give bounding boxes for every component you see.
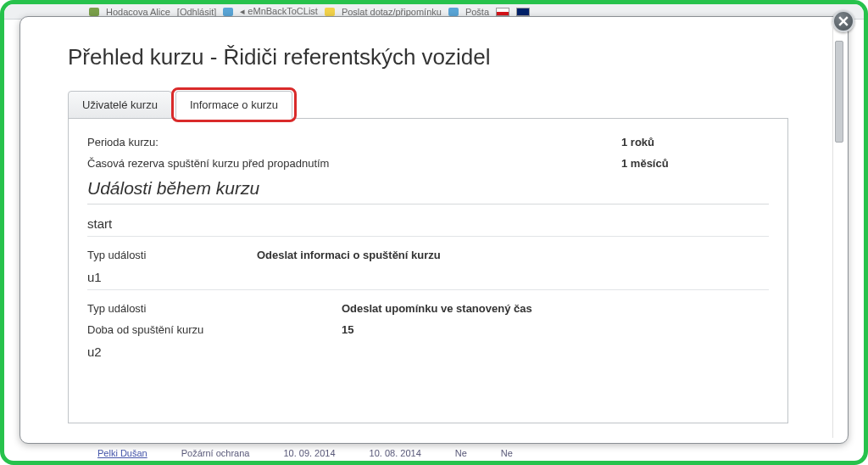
event-u1-type-value: Odeslat upomínku ve stanovený čas [342, 302, 532, 315]
bg-top-user: Hodacova Alice [106, 7, 170, 17]
modal-scrollbar[interactable] [832, 22, 844, 438]
bg-top-mail[interactable]: Pošta [465, 7, 489, 17]
bg-top-help[interactable]: Poslat dotaz/připomínku [342, 7, 442, 17]
events-heading: Události během kurzu [87, 178, 769, 204]
reserve-label: Časová rezerva spuštění kurzu před propa… [87, 157, 621, 170]
event-start-type-value: Odeslat informaci o spuštění kurzu [257, 249, 441, 261]
flag-cz-icon[interactable] [496, 8, 509, 16]
tab-info-pane: Perioda kurzu: 1 roků Časová rezerva spu… [68, 118, 788, 423]
course-overview-modal: Přehled kurzu - Řidiči referentských voz… [19, 16, 849, 444]
tab-users-label: Uživatelé kurzu [82, 98, 158, 111]
page-title: Přehled kurzu - Řidiči referentských voz… [68, 44, 788, 70]
screenshot-frame: Hodacova Alice [Odhlásit] ◂ eMnBackToCLi… [0, 0, 868, 465]
event-start-row-type: Typ události Odeslat informaci o spuštěn… [87, 249, 769, 261]
tab-info[interactable]: Informace o kurzu [175, 91, 292, 119]
tab-users[interactable]: Uživatelé kurzu [68, 91, 172, 119]
bg-bottom-row: Pelki Dušan Požární ochrana 10. 09. 2014… [4, 445, 864, 461]
tabs: Uživatelé kurzu Informace o kurzu [68, 91, 788, 119]
event-start-type-label: Typ události [87, 249, 257, 261]
bg-bottom-col6: Ne [501, 448, 513, 458]
bg-bottom-date2: 10. 08. 2014 [370, 448, 421, 458]
event-name-u1: u1 [87, 270, 769, 290]
bg-bottom-col5: Ne [455, 448, 467, 458]
event-u1-delay-label: Doba od spuštění kurzu [87, 323, 342, 336]
event-name-u2: u2 [87, 345, 769, 364]
event-u1-row-type: Typ události Odeslat upomínku ve stanove… [87, 302, 769, 315]
bg-bottom-date1: 10. 09. 2014 [283, 448, 335, 458]
tab-info-label: Informace o kurzu [190, 98, 278, 111]
event-u1-delay-value: 15 [342, 323, 353, 336]
event-u1-type-label: Typ události [87, 302, 342, 315]
flag-uk-icon[interactable] [516, 8, 530, 16]
period-label: Perioda kurzu: [87, 136, 621, 148]
period-value: 1 roků [621, 136, 654, 148]
row-reserve: Časová rezerva spuštění kurzu před propa… [87, 157, 769, 170]
event-u1-row-delay: Doba od spuštění kurzu 15 [87, 323, 769, 336]
reserve-value: 1 měsíců [621, 157, 669, 170]
help-icon [325, 8, 335, 16]
mail-icon [448, 8, 459, 16]
bg-top-logout[interactable]: [Odhlásit] [177, 7, 216, 17]
modal-content: Přehled kurzu - Řidiči referentských voz… [27, 24, 829, 436]
bg-bottom-name[interactable]: Pelki Dušan [97, 448, 147, 458]
back-icon [223, 8, 233, 16]
event-name-start: start [87, 216, 769, 237]
user-icon [89, 8, 99, 16]
bg-bottom-course: Požární ochrana [181, 448, 250, 458]
row-period: Perioda kurzu: 1 roků [87, 136, 769, 148]
scrollbar-thumb[interactable] [835, 41, 843, 143]
